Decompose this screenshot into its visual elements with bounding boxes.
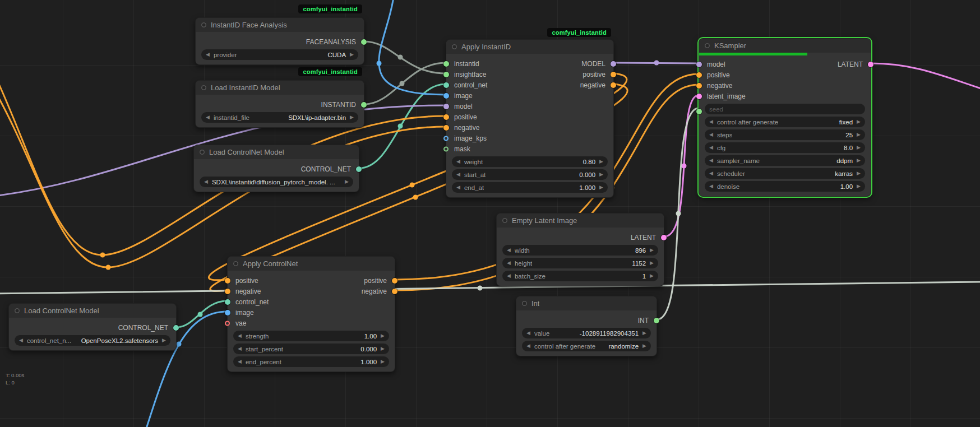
input-slot-image-kps[interactable] bbox=[443, 136, 449, 141]
widget-height[interactable]: ◀ height 1152 ▶ bbox=[502, 258, 658, 268]
widget-control-after-generate[interactable]: ◀ control after generate randomize ▶ bbox=[522, 341, 651, 351]
collapse-dot-icon[interactable] bbox=[201, 22, 206, 27]
arrow-right-icon[interactable]: ▶ bbox=[650, 248, 654, 253]
arrow-left-icon[interactable]: ◀ bbox=[456, 185, 460, 190]
arrow-right-icon[interactable]: ▶ bbox=[857, 119, 861, 124]
widget-steps[interactable]: ◀ steps 25 ▶ bbox=[705, 129, 865, 140]
output-slot-instantid[interactable] bbox=[361, 102, 367, 108]
arrow-right-icon[interactable]: ▶ bbox=[350, 52, 354, 57]
input-slot-insightface[interactable] bbox=[443, 72, 449, 77]
input-slot-image[interactable] bbox=[443, 93, 449, 99]
input-slot-positive[interactable] bbox=[696, 72, 702, 78]
arrow-left-icon[interactable]: ◀ bbox=[507, 273, 511, 279]
arrow-left-icon[interactable]: ◀ bbox=[456, 159, 460, 164]
input-slot-latent-image[interactable] bbox=[696, 94, 702, 99]
widget-cfg[interactable]: ◀ cfg 8.0 ▶ bbox=[705, 142, 865, 153]
arrow-left-icon[interactable]: ◀ bbox=[206, 52, 210, 57]
node-apply-controlnet[interactable]: Apply ControlNet positive positive negat… bbox=[227, 256, 395, 372]
arrow-right-icon[interactable]: ▶ bbox=[599, 185, 603, 190]
arrow-right-icon[interactable]: ▶ bbox=[599, 172, 603, 177]
arrow-left-icon[interactable]: ◀ bbox=[709, 145, 713, 150]
arrow-right-icon[interactable]: ▶ bbox=[350, 115, 354, 120]
node-canvas[interactable]: comfyui_instantid comfyui_instantid comf… bbox=[0, 0, 980, 427]
node-load-controlnet-model-bottom[interactable]: Load ControlNet Model CONTROL_NET ◀ cont… bbox=[8, 303, 177, 351]
node-header[interactable]: KSampler bbox=[699, 39, 871, 53]
widget-provider[interactable]: ◀ provider CUDA ▶ bbox=[201, 49, 358, 60]
collapse-dot-icon[interactable] bbox=[502, 218, 507, 223]
input-slot-vae[interactable] bbox=[225, 321, 230, 326]
arrow-right-icon[interactable]: ▶ bbox=[162, 338, 166, 343]
arrow-left-icon[interactable]: ◀ bbox=[19, 338, 23, 343]
collapse-dot-icon[interactable] bbox=[233, 261, 238, 266]
arrow-left-icon[interactable]: ◀ bbox=[238, 359, 242, 364]
arrow-right-icon[interactable]: ▶ bbox=[642, 344, 646, 349]
node-header[interactable]: Apply ControlNet bbox=[228, 257, 395, 271]
arrow-left-icon[interactable]: ◀ bbox=[238, 333, 242, 338]
node-header[interactable]: Load ControlNet Model bbox=[194, 145, 359, 159]
widget-control-after-generate[interactable]: ◀ control after generate fixed ▶ bbox=[705, 117, 865, 127]
output-slot-latent[interactable] bbox=[661, 235, 667, 240]
widget-value[interactable]: ◀ value -1028911982904351 ▶ bbox=[522, 328, 651, 338]
arrow-right-icon[interactable]: ▶ bbox=[650, 273, 654, 279]
node-header[interactable]: Load ControlNet Model bbox=[9, 304, 176, 318]
node-ksampler[interactable]: KSampler model LATENT positive negative … bbox=[699, 38, 871, 197]
input-slot-positive[interactable] bbox=[443, 114, 449, 120]
output-slot-positive[interactable] bbox=[392, 278, 397, 284]
arrow-left-icon[interactable]: ◀ bbox=[709, 119, 713, 124]
arrow-right-icon[interactable]: ▶ bbox=[857, 171, 861, 176]
arrow-left-icon[interactable]: ◀ bbox=[709, 158, 713, 163]
input-slot-negative[interactable] bbox=[443, 125, 449, 131]
node-header[interactable]: Apply InstantID bbox=[446, 40, 613, 54]
collapse-dot-icon[interactable] bbox=[200, 150, 205, 155]
collapse-dot-icon[interactable] bbox=[452, 44, 457, 49]
node-header[interactable]: Int bbox=[516, 296, 657, 310]
arrow-left-icon[interactable]: ◀ bbox=[204, 179, 208, 184]
widget-seed[interactable]: seed bbox=[705, 104, 865, 114]
arrow-left-icon[interactable]: ◀ bbox=[507, 248, 511, 253]
widget-denoise[interactable]: ◀ denoise 1.00 ▶ bbox=[705, 181, 865, 192]
node-header[interactable]: InstantID Face Analysis bbox=[196, 18, 364, 32]
collapse-dot-icon[interactable] bbox=[522, 301, 527, 306]
arrow-left-icon[interactable]: ◀ bbox=[456, 172, 460, 177]
output-slot-model[interactable] bbox=[611, 61, 616, 67]
arrow-right-icon[interactable]: ▶ bbox=[381, 359, 385, 364]
output-slot-negative[interactable] bbox=[611, 82, 616, 88]
widget-weight[interactable]: ◀ weight 0.80 ▶ bbox=[452, 156, 608, 167]
arrow-left-icon[interactable]: ◀ bbox=[709, 184, 713, 189]
output-slot-latent[interactable] bbox=[868, 62, 873, 67]
input-slot-positive[interactable] bbox=[225, 278, 230, 284]
arrow-left-icon[interactable]: ◀ bbox=[526, 331, 530, 336]
widget-width[interactable]: ◀ width 896 ▶ bbox=[502, 245, 658, 256]
node-load-controlnet-model-top[interactable]: Load ControlNet Model CONTROL_NET ◀ SDXL… bbox=[193, 145, 359, 192]
node-empty-latent-image[interactable]: Empty Latent Image LATENT ◀ width 896 ▶ … bbox=[496, 213, 664, 286]
input-slot-negative[interactable] bbox=[696, 83, 702, 89]
widget-controlnet-name[interactable]: ◀ SDXL\instantid\diffusion_pytorch_model… bbox=[200, 177, 353, 187]
output-slot-control-net[interactable] bbox=[173, 325, 179, 331]
arrow-left-icon[interactable]: ◀ bbox=[238, 346, 242, 351]
widget-batch-size[interactable]: ◀ batch_size 1 ▶ bbox=[502, 271, 658, 281]
widget-start-at[interactable]: ◀ start_at 0.000 ▶ bbox=[452, 169, 608, 180]
arrow-left-icon[interactable]: ◀ bbox=[507, 261, 511, 266]
arrow-right-icon[interactable]: ▶ bbox=[642, 331, 646, 336]
node-header[interactable]: Empty Latent Image bbox=[497, 214, 664, 228]
node-header[interactable]: Load InstantID Model bbox=[196, 81, 364, 95]
widget-scheduler[interactable]: ◀ scheduler karras ▶ bbox=[705, 168, 865, 179]
output-slot-control-net[interactable] bbox=[356, 166, 362, 172]
arrow-left-icon[interactable]: ◀ bbox=[709, 171, 713, 176]
input-slot-control-net[interactable] bbox=[225, 299, 230, 305]
arrow-right-icon[interactable]: ▶ bbox=[599, 159, 603, 164]
arrow-left-icon[interactable]: ◀ bbox=[206, 115, 210, 120]
arrow-right-icon[interactable]: ▶ bbox=[857, 145, 861, 150]
arrow-right-icon[interactable]: ▶ bbox=[650, 261, 654, 266]
input-slot-image[interactable] bbox=[225, 310, 230, 315]
arrow-right-icon[interactable]: ▶ bbox=[345, 179, 349, 184]
output-slot-int[interactable] bbox=[654, 318, 659, 323]
input-slot-model[interactable] bbox=[443, 104, 449, 109]
widget-sampler-name[interactable]: ◀ sampler_name ddpm ▶ bbox=[705, 155, 865, 166]
arrow-right-icon[interactable]: ▶ bbox=[857, 158, 861, 163]
arrow-right-icon[interactable]: ▶ bbox=[381, 333, 385, 338]
arrow-right-icon[interactable]: ▶ bbox=[381, 346, 385, 351]
output-slot-positive[interactable] bbox=[611, 72, 616, 77]
arrow-right-icon[interactable]: ▶ bbox=[857, 132, 861, 137]
input-slot-model[interactable] bbox=[696, 62, 702, 67]
